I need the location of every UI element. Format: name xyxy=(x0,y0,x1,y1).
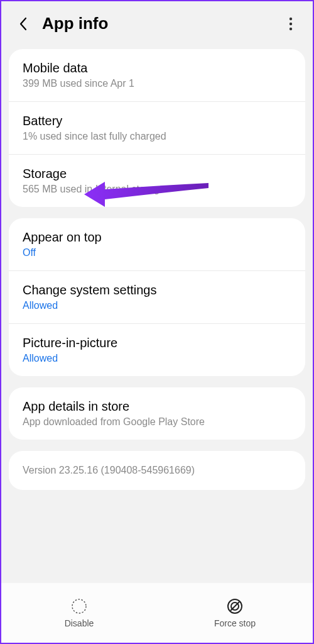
more-vertical-icon xyxy=(289,17,293,31)
force-stop-button[interactable]: Force stop xyxy=(157,584,313,643)
permissions-card: Appear on top Off Change system settings… xyxy=(9,218,305,376)
mobile-data-sub: 399 MB used since Apr 1 xyxy=(23,78,291,89)
force-stop-icon xyxy=(227,598,243,614)
usage-card: Mobile data 399 MB used since Apr 1 Batt… xyxy=(9,49,305,207)
more-options-button[interactable] xyxy=(281,14,300,33)
app-details-store-row[interactable]: App details in store App downloaded from… xyxy=(9,387,305,440)
change-system-row[interactable]: Change system settings Allowed xyxy=(9,271,305,324)
pip-row[interactable]: Picture-in-picture Allowed xyxy=(9,324,305,376)
svg-point-0 xyxy=(290,17,292,19)
store-sub: App downloaded from Google Play Store xyxy=(23,416,291,428)
change-system-title: Change system settings xyxy=(23,283,291,297)
svg-point-1 xyxy=(290,22,292,25)
header-bar: App info xyxy=(1,1,313,49)
page-title: App info xyxy=(42,14,281,33)
force-stop-label: Force stop xyxy=(214,618,256,628)
battery-title: Battery xyxy=(23,114,291,128)
storage-title: Storage xyxy=(23,167,291,181)
change-system-value: Allowed xyxy=(23,300,291,311)
svg-point-2 xyxy=(290,27,292,30)
disable-icon xyxy=(71,598,87,614)
bottom-action-bar: Disable Force stop xyxy=(1,583,313,643)
svg-point-3 xyxy=(72,599,86,613)
pip-title: Picture-in-picture xyxy=(23,336,291,350)
store-title: App details in store xyxy=(23,399,291,414)
chevron-left-icon xyxy=(19,17,28,31)
mobile-data-row[interactable]: Mobile data 399 MB used since Apr 1 xyxy=(9,49,305,102)
disable-label: Disable xyxy=(65,618,94,628)
store-card: App details in store App downloaded from… xyxy=(9,387,305,440)
pip-value: Allowed xyxy=(23,353,291,364)
storage-sub: 565 MB used in Internal storage xyxy=(23,184,291,195)
version-card: Version 23.25.16 (190408-545961669) xyxy=(9,451,305,490)
appear-on-top-row[interactable]: Appear on top Off xyxy=(9,218,305,271)
appear-on-top-value: Off xyxy=(23,247,291,258)
back-button[interactable] xyxy=(14,14,33,33)
version-text: Version 23.25.16 (190408-545961669) xyxy=(23,465,291,476)
storage-row[interactable]: Storage 565 MB used in Internal storage xyxy=(9,155,305,207)
disable-button[interactable]: Disable xyxy=(1,584,157,643)
battery-row[interactable]: Battery 1% used since last fully charged xyxy=(9,102,305,155)
battery-sub: 1% used since last fully charged xyxy=(23,131,291,142)
appear-on-top-title: Appear on top xyxy=(23,230,291,245)
mobile-data-title: Mobile data xyxy=(23,61,291,75)
